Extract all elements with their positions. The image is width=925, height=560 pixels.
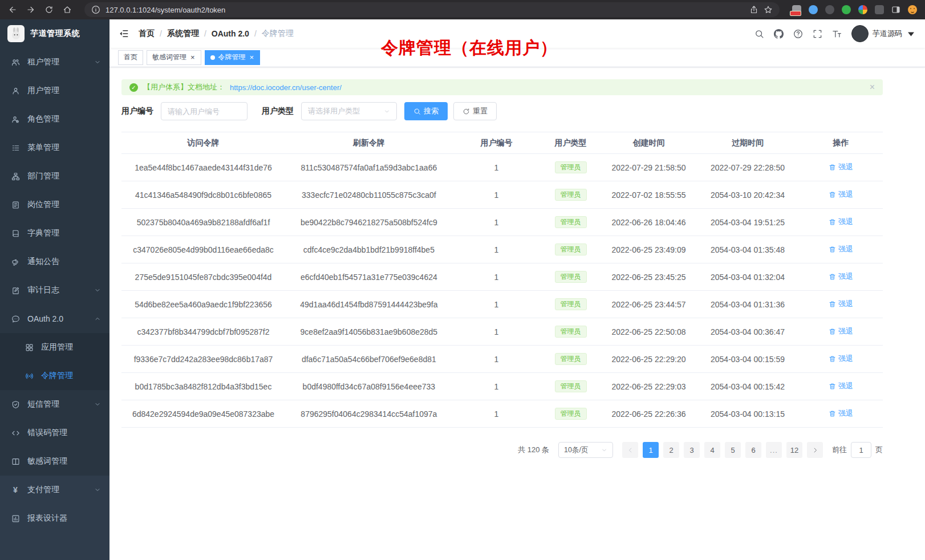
reset-button-label: 重置: [473, 106, 488, 116]
next-page-button[interactable]: [807, 442, 823, 458]
page-button-1[interactable]: 1: [643, 442, 659, 458]
force-logout-button[interactable]: 强退: [829, 189, 853, 200]
sidebar-item-敏感词管理[interactable]: 敏感词管理: [0, 447, 109, 476]
sidebar-item-通知公告[interactable]: 通知公告: [0, 247, 109, 276]
app-logo[interactable]: 芋道管理系统: [0, 19, 109, 48]
share-icon[interactable]: [749, 5, 758, 14]
sidebar-item-label: 敏感词管理: [27, 456, 67, 466]
address-bar[interactable]: 127.0.0.1:1024/system/oauth2/token: [84, 2, 780, 17]
extension-dark-icon[interactable]: [825, 5, 834, 14]
search-icon[interactable]: [754, 29, 764, 39]
tab-令牌管理[interactable]: 令牌管理×: [205, 50, 261, 65]
reload-icon[interactable]: [44, 5, 54, 14]
force-logout-button[interactable]: 强退: [829, 408, 853, 419]
sidebar-item-角色管理[interactable]: 角色管理: [0, 105, 109, 133]
user-menu[interactable]: 芋道源码: [851, 25, 916, 42]
sidebar-item-报表设计器[interactable]: 报表设计器: [0, 504, 109, 533]
sidebar-item-OAuth 2.0[interactable]: OAuth 2.0: [0, 305, 109, 333]
extension-blue-icon[interactable]: [809, 5, 818, 14]
force-logout-button[interactable]: 强退: [829, 244, 853, 254]
force-logout-button[interactable]: 强退: [829, 381, 853, 391]
extension-badged-icon[interactable]: [792, 5, 801, 14]
github-icon[interactable]: [774, 29, 784, 39]
access-token-cell: 54d6be82ee5a460a9aedc1f9bf223656: [121, 300, 285, 309]
search-button[interactable]: 搜索: [404, 102, 448, 120]
action-cell: 强退: [799, 381, 883, 392]
extensions-puzzle-icon[interactable]: [858, 5, 867, 14]
breadcrumb-item[interactable]: 系统管理: [167, 29, 199, 39]
reset-button[interactable]: 重置: [453, 102, 497, 120]
force-logout-button[interactable]: 强退: [829, 162, 853, 172]
column-header: 刷新令牌: [285, 138, 453, 148]
alert-link[interactable]: https://doc.iocoder.cn/user-center/: [230, 83, 342, 92]
help-icon[interactable]: [793, 29, 803, 39]
extension-gray-icon[interactable]: [875, 5, 884, 14]
sidebar-panel-icon[interactable]: [891, 5, 900, 14]
page-button-12[interactable]: 12: [786, 442, 802, 458]
fullscreen-icon[interactable]: [813, 29, 822, 39]
sidebar-item-令牌管理[interactable]: 令牌管理: [0, 362, 109, 390]
force-logout-button[interactable]: 强退: [829, 354, 853, 364]
user-type-select[interactable]: 请选择用户类型: [301, 102, 397, 120]
sidebar-item-部门管理[interactable]: 部门管理: [0, 162, 109, 190]
force-logout-button[interactable]: 强退: [829, 299, 853, 309]
notice-icon: [11, 258, 20, 266]
access-token-cell: c342377bf8b344799dcbf7bf095287f2: [121, 327, 285, 336]
active-tab-dot: [210, 55, 215, 60]
sidebar-item-用户管理[interactable]: 用户管理: [0, 76, 109, 105]
prev-page-button[interactable]: [622, 442, 638, 458]
goto-page-input[interactable]: [851, 442, 871, 458]
page-button-4[interactable]: 4: [704, 442, 720, 458]
user-id-cell: 1: [453, 327, 541, 336]
back-icon[interactable]: [8, 5, 17, 14]
browser-extensions-area: [792, 5, 917, 14]
sidebar-item-短信管理[interactable]: 短信管理: [0, 390, 109, 419]
page-button-6[interactable]: 6: [745, 442, 761, 458]
force-logout-button[interactable]: 强退: [829, 217, 853, 227]
sidebar-item-支付管理[interactable]: ¥支付管理: [0, 476, 109, 504]
chevron-down-icon: [906, 29, 916, 39]
force-logout-button[interactable]: 强退: [829, 271, 853, 282]
user-id-input[interactable]: [161, 102, 248, 120]
tab-首页[interactable]: 首页: [118, 50, 143, 65]
sidebar-item-字典管理[interactable]: 字典管理: [0, 219, 109, 247]
tab-敏感词管理[interactable]: 敏感词管理×: [147, 50, 201, 65]
tab-close-icon[interactable]: ×: [190, 54, 196, 61]
sidebar-item-租户管理[interactable]: 租户管理: [0, 48, 109, 76]
user-type-badge: 管理员: [555, 326, 587, 338]
refresh-token-cell: e6cfd40eb1f54571a31e775e039c4624: [285, 273, 453, 282]
sidebar-item-错误码管理[interactable]: 错误码管理: [0, 419, 109, 447]
user-id-cell: 1: [453, 409, 541, 419]
home-icon[interactable]: [63, 5, 72, 14]
force-logout-button[interactable]: 强退: [829, 326, 853, 336]
forward-icon[interactable]: [26, 5, 35, 14]
breadcrumb-item[interactable]: 首页: [139, 29, 155, 39]
tab-close-icon[interactable]: ×: [249, 54, 255, 61]
errcode-icon: [11, 429, 20, 437]
user-type-cell: 管理员: [540, 408, 601, 420]
sidebar-item-菜单管理[interactable]: 菜单管理: [0, 133, 109, 162]
browser-profile-avatar[interactable]: [908, 5, 917, 14]
page-ellipsis[interactable]: ...: [766, 442, 782, 458]
breadcrumb-item: 令牌管理: [262, 29, 294, 39]
sidebar: 芋道管理系统 租户管理用户管理角色管理菜单管理部门管理岗位管理字典管理通知公告审…: [0, 19, 109, 560]
bookmark-star-icon[interactable]: [764, 5, 773, 14]
page-size-select[interactable]: 10条/页: [558, 442, 613, 458]
sidebar-item-应用管理[interactable]: 应用管理: [0, 333, 109, 362]
column-header: 访问令牌: [121, 138, 285, 148]
oauth-icon: [11, 315, 20, 323]
site-info-icon[interactable]: [91, 5, 100, 14]
font-size-icon[interactable]: [832, 29, 842, 39]
sidebar-toggle-icon[interactable]: [119, 29, 129, 39]
page-button-3[interactable]: 3: [684, 442, 700, 458]
sidebar-item-岗位管理[interactable]: 岗位管理: [0, 190, 109, 219]
page-button-2[interactable]: 2: [663, 442, 679, 458]
sidebar-item-审计日志[interactable]: 审计日志: [0, 276, 109, 305]
alert-close-icon[interactable]: ×: [870, 82, 875, 92]
breadcrumb-item[interactable]: OAuth 2.0: [212, 29, 249, 38]
extension-green-icon[interactable]: [842, 5, 851, 14]
page-button-5[interactable]: 5: [725, 442, 741, 458]
chevron-down-icon: [94, 287, 101, 294]
page-content: ✓ 【用户体系】文档地址： https://doc.iocoder.cn/use…: [109, 67, 925, 560]
extension-badge: [790, 11, 801, 16]
